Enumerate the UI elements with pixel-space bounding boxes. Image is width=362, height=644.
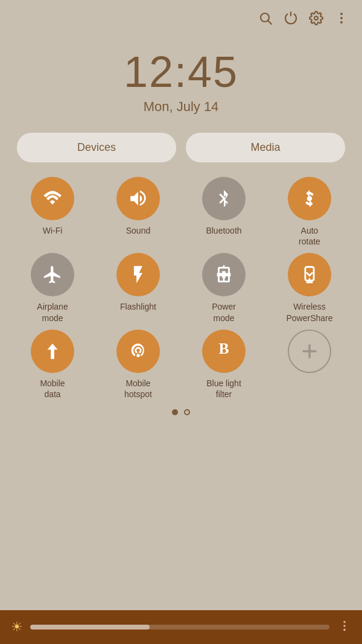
quick-settings-grid: Wi-Fi Sound Bluetooth Autorotate Airplan… [0,177,362,400]
svg-point-12 [343,625,346,627]
qs-hotspot[interactable]: Mobilehotspot [98,330,179,400]
wifi-icon [31,177,74,220]
hotspot-icon [116,330,160,373]
add-icon [288,330,331,373]
brightness-track[interactable] [30,625,329,630]
qs-sound[interactable]: Sound [98,177,179,247]
brightness-icon: ☀ [11,619,23,635]
wifi-label: Wi-Fi [43,225,63,236]
settings-icon[interactable] [309,11,323,29]
svg-point-3 [340,13,343,15]
tab-media[interactable]: Media [186,133,345,162]
qs-flashlight[interactable]: Flashlight [98,253,179,323]
brightness-bar[interactable]: ☀ [0,610,362,644]
svg-point-11 [343,621,346,623]
autorotate-label: Autorotate [299,225,320,247]
dot-1 [172,409,178,415]
bluelight-label: Blue lightfilter [206,378,241,400]
svg-point-13 [343,629,346,631]
bluetooth-icon [202,177,246,220]
flashlight-label: Flashlight [120,301,156,312]
power-icon[interactable] [284,11,298,29]
tabs-row: Devices Media [17,133,345,162]
svg-point-5 [340,21,343,24]
brightness-fill [30,625,150,630]
qs-airplane[interactable]: Airplanemode [12,253,93,323]
top-bar [0,0,362,35]
sound-label: Sound [126,225,150,236]
svg-point-4 [340,17,343,19]
clock-date: Mon, July 14 [0,99,362,115]
bluelight-icon: B [202,330,246,373]
clock-time: 12:45 [0,47,362,97]
more-options-icon[interactable] [338,619,351,635]
qs-wifi[interactable]: Wi-Fi [12,177,93,247]
flashlight-icon [116,253,160,296]
hotspot-label: Mobilehotspot [124,378,152,400]
autorotate-icon [288,177,331,220]
mobiledata-label: Mobiledata [40,378,65,400]
svg-text:B: B [218,341,229,357]
sound-icon [116,177,160,220]
more-icon[interactable] [334,11,349,29]
wireless-icon [288,253,331,296]
svg-point-2 [314,16,318,20]
powermode-icon [202,253,246,296]
clock-area: 12:45 Mon, July 14 [0,47,362,115]
qs-wireless[interactable]: WirelessPowerShare [269,253,350,323]
page-dots [0,409,362,415]
bluetooth-label: Bluetooth [206,225,241,236]
qs-mobiledata[interactable]: Mobiledata [12,330,93,400]
tab-devices[interactable]: Devices [17,133,176,162]
qs-powermode[interactable]: Powermode [183,253,264,323]
svg-line-1 [268,21,272,25]
qs-autorotate[interactable]: Autorotate [269,177,350,247]
qs-add[interactable] [269,330,350,400]
qs-bluetooth[interactable]: Bluetooth [183,177,264,247]
mobiledata-icon [31,330,74,373]
wireless-label: WirelessPowerShare [286,301,332,323]
airplane-icon [31,253,74,296]
airplane-label: Airplanemode [37,301,68,323]
search-icon[interactable] [258,11,273,29]
dot-2 [184,409,190,415]
powermode-label: Powermode [212,301,236,323]
qs-bluelight[interactable]: B Blue lightfilter [183,330,264,400]
